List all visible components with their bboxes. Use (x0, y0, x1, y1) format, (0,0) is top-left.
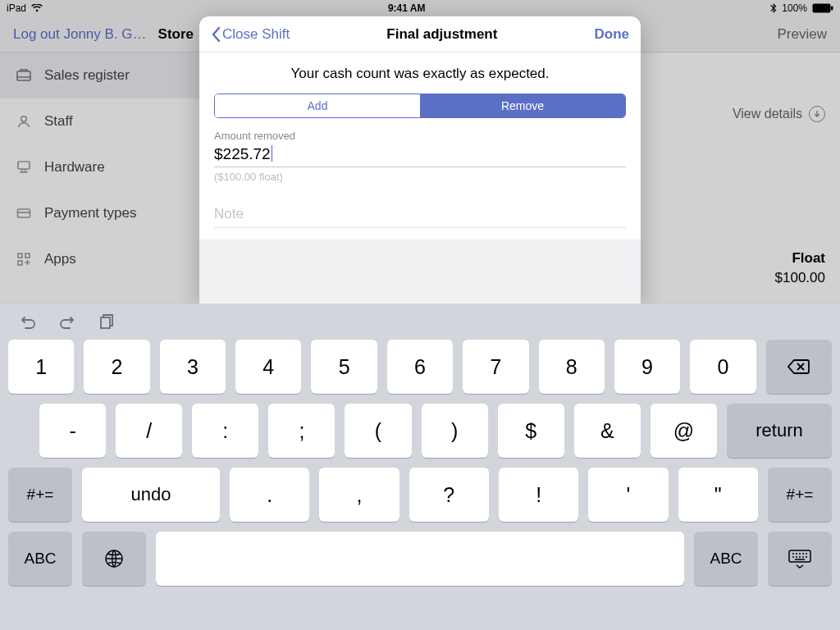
key-4[interactable]: 4 (235, 340, 301, 394)
key-symbols-left[interactable]: #+= (8, 468, 72, 522)
key-at[interactable]: @ (651, 404, 717, 458)
text-caret (272, 145, 272, 162)
key-abc-right[interactable]: ABC (694, 532, 758, 586)
key-semicolon[interactable]: ; (268, 404, 335, 458)
amount-hint: ($100.00 float) (214, 171, 626, 183)
key-colon[interactable]: : (192, 404, 258, 458)
key-question[interactable]: ? (409, 468, 489, 522)
key-dash[interactable]: - (39, 404, 106, 458)
key-8[interactable]: 8 (539, 340, 605, 394)
key-space[interactable] (156, 532, 684, 586)
key-7[interactable]: 7 (463, 340, 528, 394)
key-rparen[interactable]: ) (422, 404, 488, 458)
clipboard-icon[interactable] (97, 313, 113, 330)
dismiss-keyboard-icon (788, 549, 812, 568)
note-input[interactable]: Note (214, 206, 626, 228)
keyboard-toolbar (0, 308, 840, 335)
key-3[interactable]: 3 (160, 340, 226, 394)
key-backspace[interactable] (766, 340, 832, 394)
svg-rect-11 (789, 550, 810, 562)
add-remove-segmented: Add Remove (214, 94, 626, 118)
key-1[interactable]: 1 (8, 340, 74, 394)
done-button[interactable]: Done (595, 26, 630, 43)
backspace-icon (787, 358, 811, 376)
key-comma[interactable]: , (319, 468, 399, 522)
key-symbols-right[interactable]: #+= (768, 468, 832, 522)
key-abc-left[interactable]: ABC (8, 532, 72, 586)
svg-rect-9 (101, 317, 110, 328)
key-slash[interactable]: / (116, 404, 182, 458)
key-apostrophe[interactable]: ' (588, 468, 668, 522)
amount-input[interactable]: $225.72 (214, 144, 626, 167)
key-9[interactable]: 9 (614, 340, 680, 394)
globe-icon (103, 548, 125, 569)
key-lparen[interactable]: ( (345, 404, 411, 458)
undo-icon[interactable] (18, 314, 38, 329)
key-5[interactable]: 5 (311, 340, 377, 394)
key-dismiss[interactable] (768, 532, 832, 586)
key-0[interactable]: 0 (690, 340, 756, 394)
chevron-left-icon (211, 26, 221, 43)
redo-icon[interactable] (57, 314, 77, 329)
key-undo[interactable]: undo (82, 468, 220, 522)
amount-label: Amount removed (214, 130, 626, 142)
key-exclaim[interactable]: ! (499, 468, 578, 522)
segment-remove[interactable]: Remove (420, 94, 625, 117)
segment-add[interactable]: Add (215, 94, 420, 117)
cash-count-message: Your cash count was exactly as expected. (199, 52, 641, 94)
key-amp[interactable]: & (574, 404, 641, 458)
key-dollar[interactable]: $ (498, 404, 564, 458)
key-globe[interactable] (82, 532, 146, 586)
key-return[interactable]: return (727, 404, 832, 458)
key-6[interactable]: 6 (387, 340, 453, 394)
key-2[interactable]: 2 (84, 340, 149, 394)
modal-title: Final adjustment (290, 26, 594, 43)
final-adjustment-modal: Close Shift Final adjustment Done Your c… (199, 16, 641, 304)
keyboard: 1 2 3 4 5 6 7 8 9 0 - / : ; ( ) $ & @ re… (0, 304, 840, 630)
key-period[interactable]: . (230, 468, 309, 522)
key-quote[interactable]: " (678, 468, 758, 522)
back-button[interactable]: Close Shift (211, 26, 290, 43)
